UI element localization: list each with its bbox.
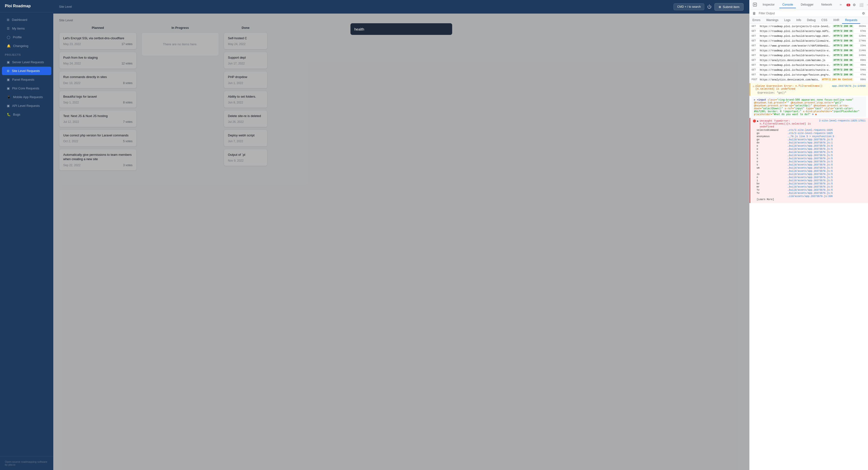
request-url: https://roadmap.ploi.io/projects/2-site-… xyxy=(760,25,831,28)
response-time: 22ms xyxy=(855,44,866,47)
sidebar-item-label: Server Level Requests xyxy=(12,60,44,64)
stack-val[interactable]: …build/assets/app.28373b79.js:5 xyxy=(787,145,862,147)
subtab-logs[interactable]: Logs xyxy=(781,17,794,24)
devtools-responsive-icon[interactable]: ⬜ xyxy=(858,2,864,7)
network-row[interactable]: GET https://roadmap.ploi.io/build/assets… xyxy=(750,63,868,67)
sidebar-item-mobile-app[interactable]: 📱 Mobile App Requests xyxy=(2,93,51,101)
tab-debugger[interactable]: Debugger xyxy=(798,1,816,8)
stack-val[interactable]: …build/assets/app.28373b79.js:5 xyxy=(787,164,862,166)
sidebar-item-label: Changelog xyxy=(13,44,28,48)
stack-val[interactable]: …build/assets/app.28373b79.js:5 xyxy=(787,157,862,160)
error-file[interactable]: 2-site-level-requests:1825:17811 xyxy=(819,119,866,122)
network-row[interactable]: GET https://roadmap.ploi.io/build/assets… xyxy=(750,38,868,43)
response-time: 88ms xyxy=(855,78,866,81)
sidebar-item-ploi-core[interactable]: ▣ Ploi Core Requests xyxy=(2,84,51,92)
subtab-xhr[interactable]: XHR xyxy=(830,17,842,24)
sidebar-item-site-level[interactable]: ⊙ Site Level Requests xyxy=(2,67,51,75)
subtab-warnings[interactable]: Warnings xyxy=(764,17,781,24)
network-row[interactable]: GET https://roadmap.ploi.io/build/assets… xyxy=(750,48,868,53)
subtab-errors[interactable]: Errors xyxy=(750,17,764,24)
network-row[interactable]: GET https://roadmap.ploi.io/build/assets… xyxy=(750,67,868,72)
tab-inspector[interactable]: Inspector xyxy=(760,1,777,8)
http-method: GET xyxy=(751,68,758,71)
stack-val[interactable]: …build/assets/app.28373b79.js:5 xyxy=(787,151,862,154)
stack-val[interactable]: …build/assets/app.28373b79.js:5 xyxy=(787,185,862,188)
main-content: Site Level CMD + / to search ⏻ ⊕ Submit … xyxy=(53,0,749,470)
network-row[interactable]: GET https://roadmap.ploi.io/build/assets… xyxy=(750,34,868,38)
filter-settings-icon[interactable]: ⚙ xyxy=(861,11,866,16)
power-button[interactable]: ⏻ xyxy=(707,4,712,9)
http-method: GET xyxy=(751,25,758,28)
network-row[interactable]: GET https://analytics.dennissmink.com/ma… xyxy=(750,58,868,63)
stack-val[interactable]: …build/assets/app.28373b79.js:5 xyxy=(787,192,862,195)
header-actions: CMD + / to search ⏻ ⊕ Submit item xyxy=(674,3,744,11)
stack-val[interactable]: …build/assets/app.28373b79.js:5 xyxy=(787,154,862,157)
stack-key: o xyxy=(756,160,786,163)
http-method: GET xyxy=(751,49,758,52)
stack-key: o xyxy=(756,154,786,157)
stack-val[interactable]: …build/assets/app.28373b79.js:5 xyxy=(787,170,862,173)
stack-val[interactable]: …build/assets/app.28373b79.js:5 xyxy=(787,138,862,141)
stack-val[interactable]: …build/assets/app.28373b79.js:5 xyxy=(787,160,862,163)
network-row[interactable]: GET https://roadmap.ploi.io/build/assets… xyxy=(750,29,868,34)
cmd-search-button[interactable]: CMD + / to search xyxy=(674,3,704,10)
stack-val[interactable]: …build/assets/app.28373b79.js:5 xyxy=(787,189,862,192)
sidebar-item-dashboard[interactable]: ⊞ Dashboard xyxy=(2,16,51,24)
submit-item-button[interactable]: ⊕ Submit item xyxy=(714,3,744,11)
stack-row: o …build/assets/app.28373b79.js:5 xyxy=(756,144,862,148)
warning-expression: Expression: "go()" xyxy=(757,91,866,94)
stack-row: …ild/assets/app.28373b79.js:336 xyxy=(756,195,862,198)
sidebar-item-server-level[interactable]: ▣ Server Level Requests xyxy=(2,58,51,66)
stack-val[interactable]: …_79.js line 5 > AsyncFunction:3 xyxy=(787,135,862,138)
stack-val xyxy=(787,198,862,201)
sidebar-item-changelog[interactable]: 🔔 Changelog xyxy=(2,42,51,50)
tab-console[interactable]: Console xyxy=(779,1,796,8)
stack-val[interactable]: …build/assets/app.28373b79.js:5 xyxy=(787,173,862,176)
sidebar-item-label: Dashboard xyxy=(12,18,27,22)
stack-val[interactable]: …build/assets/app.28373b79.js:5 xyxy=(787,176,862,179)
stack-val[interactable]: …build/assets/app.28373b79.js:5 xyxy=(787,179,862,182)
request-url: https://roadmap.ploi.io/build/assets/app… xyxy=(760,35,831,37)
stack-key: dv xyxy=(756,142,786,144)
tab-network[interactable]: Network xyxy=(818,1,835,8)
http-method: GET xyxy=(751,54,758,57)
devtools-more-icon[interactable]: ⋯ xyxy=(866,2,868,7)
filter-input[interactable] xyxy=(757,11,861,15)
devtools-inspect-icon[interactable] xyxy=(752,2,758,8)
network-row[interactable]: GET https://roadmap.ploi.io/build/assets… xyxy=(750,53,868,58)
code-snippet: ▶ <input class="ring-brand-500 appearanc… xyxy=(751,97,866,117)
request-url: https://roadmap.ploi.io/build/assets/nun… xyxy=(760,68,831,71)
stack-val[interactable]: …cts/2-site-level-requests:1825 xyxy=(787,129,862,131)
request-url: https://roadmap.ploi.io/build/assets/liv… xyxy=(760,39,831,42)
stack-val[interactable]: …ild/assets/app.28373b79.js:336 xyxy=(787,195,862,198)
stack-val[interactable]: …build/assets/app.28373b79.js:5 xyxy=(787,167,862,169)
subtab-requests[interactable]: Requests xyxy=(842,17,860,24)
sidebar-item-profile[interactable]: ◯ Profile xyxy=(2,33,51,41)
warning-file[interactable]: app.28373b79.js:14998 xyxy=(832,85,866,87)
error-block: 🔴 ▶ Uncaught TypeError: n.filteredItems(… xyxy=(750,118,868,203)
devtools-settings-icon[interactable]: ⚙ xyxy=(852,2,857,7)
sidebar-item-panel-requests[interactable]: ▣ Panel Requests xyxy=(2,75,51,84)
network-row[interactable]: POST https://analytics.dennissmink.com/m… xyxy=(750,77,868,82)
stack-row: [Learn More] xyxy=(756,198,862,201)
sidebar: Ploi Roadmap ⊞ Dashboard ☰ My items ◯ Pr… xyxy=(0,0,53,470)
tab-more[interactable]: ›› xyxy=(837,1,844,8)
sidebar-item-bugs[interactable]: 🐛 Bugs xyxy=(2,110,51,119)
status-badge: HTTP/2 200 OK xyxy=(832,34,854,37)
stack-val[interactable]: …build/assets/app.28373b79.js:5 xyxy=(787,182,862,185)
stack-val[interactable]: …build/assets/app.28373b79.js:1 xyxy=(787,142,862,144)
network-row[interactable]: GET https://roadmap.ploi.io/storage/favi… xyxy=(750,72,868,77)
network-row[interactable]: GET https://roadmap.ploi.io/projects/2-s… xyxy=(750,24,868,29)
subtab-info[interactable]: Info xyxy=(794,17,804,24)
search-overlay: health xyxy=(53,13,749,470)
clear-console-icon[interactable]: 🗑 xyxy=(751,11,757,16)
search-input[interactable]: health xyxy=(354,27,364,31)
stack-val[interactable]: …build/assets/app.28373b79.js:5 xyxy=(787,148,862,150)
sidebar-item-my-items[interactable]: ☰ My items xyxy=(2,24,51,33)
sidebar-item-api-level[interactable]: ▣ API Level Requests xyxy=(2,101,51,110)
response-time: 143ms xyxy=(855,54,866,57)
subtab-debug[interactable]: Debug xyxy=(804,17,818,24)
subtab-css[interactable]: CSS xyxy=(818,17,830,24)
stack-val[interactable]: …cts/2-site-level-requests:1825 xyxy=(787,132,862,135)
network-row[interactable]: GET https://www.gravatar.com/avatar/c7d6… xyxy=(750,43,868,48)
